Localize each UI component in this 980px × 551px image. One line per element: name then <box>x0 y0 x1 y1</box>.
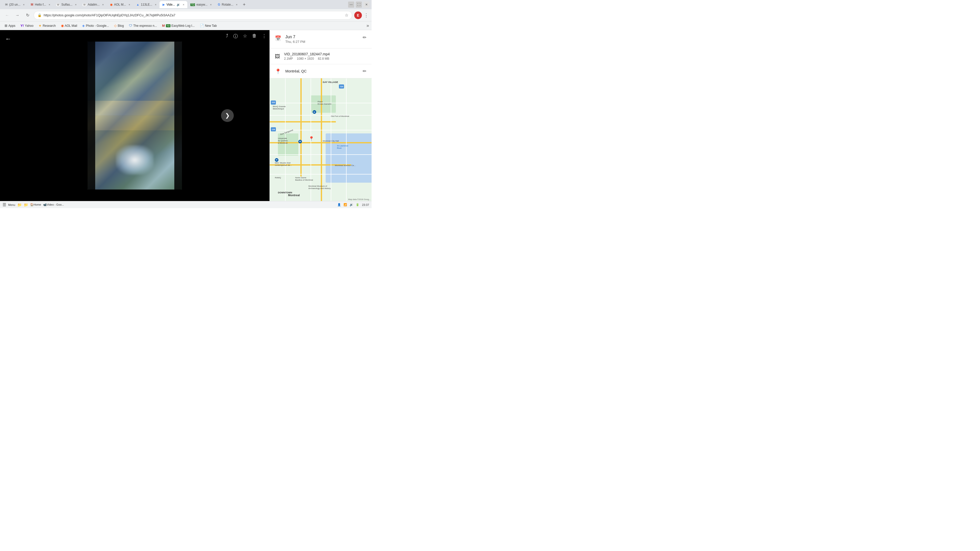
wiki-icon-2: W <box>83 3 86 6</box>
profile-button[interactable]: E <box>354 11 362 19</box>
bookmark-easyweb[interactable]: M TD EasyWeb Log I... <box>160 23 197 29</box>
tab-aol[interactable]: ◉ AOL M... × <box>107 1 133 8</box>
folder-icon-2[interactable]: 📁 <box>24 203 28 207</box>
research-star-icon: ★ <box>38 24 41 27</box>
map-container[interactable]: M M M GAY VILLAGE BAnQ GrandeBibliothèqu… <box>270 78 372 201</box>
tab-close-gmail[interactable]: × <box>23 3 24 6</box>
tab-close-aol[interactable]: × <box>129 3 130 6</box>
bookmark-easyweb-label: EasyWeb Log I... <box>172 24 195 27</box>
more-options-icon[interactable]: ⋮ <box>262 33 266 39</box>
current-page-label: 📹Video - Goo... <box>43 203 64 206</box>
new-tab-button[interactable]: + <box>241 1 248 8</box>
tab-rotate[interactable]: G Rotate... × <box>215 1 241 8</box>
tab-video[interactable]: ▶ Vide... 🔊 × <box>159 1 187 8</box>
edit-date-button[interactable]: ✏ <box>363 35 366 40</box>
file-name: VID_20180607_182447.mp4 <box>284 52 332 56</box>
edit-location-button[interactable]: ✏ <box>363 68 366 74</box>
bookmark-newtab-label: New Tab <box>205 24 217 27</box>
hamburger-menu-button[interactable]: ☰ <box>3 202 6 207</box>
status-right: 👤 📶 🔊 🔋 23:37 <box>337 203 369 206</box>
metro-icon-3: M <box>275 158 278 162</box>
tab-113le[interactable]: ▲ 113LE... × <box>133 1 159 8</box>
tab-close-video[interactable]: × <box>183 3 184 6</box>
tab-close-hello[interactable]: × <box>48 3 50 6</box>
bookmark-apps[interactable]: ⊞ Apps <box>3 23 18 29</box>
status-left: ☰ Menu 📁 📁 🏠Home 📹Video - Goo... <box>3 202 64 207</box>
aol-mail-icon: ◉ <box>61 24 64 27</box>
tab-close-easyw[interactable]: × <box>210 3 212 6</box>
minimize-button[interactable]: — <box>348 2 354 8</box>
file-meta: 2.1MP 1080 × 1920 82.8 MB <box>284 57 332 60</box>
video-tab-icon: ▶ <box>162 3 165 6</box>
file-info-section: 🖼 VID_20180607_182447.mp4 2.1MP 1080 × 1… <box>270 48 372 64</box>
downtown-label: DOWNTOWN <box>278 191 292 194</box>
back-button[interactable]: ← <box>3 11 11 19</box>
favorite-star-icon[interactable]: ☆ <box>243 33 247 39</box>
volume-icon: 🔊 <box>350 203 353 206</box>
bookmarks-bar: ⊞ Apps Y! Yahoo ★ Research ◉ AOL Mail ◈ … <box>0 21 372 30</box>
video-area: ← ⤴ ⓘ ☆ 🗑 ⋮ ❯ <box>0 30 269 201</box>
location-name: Montréal, QC <box>285 69 307 73</box>
share-icon[interactable]: ⤴ <box>226 33 228 39</box>
home-label[interactable]: 🏠Home <box>30 203 41 206</box>
bookmark-new-tab[interactable]: 📄 New Tab <box>198 23 219 29</box>
file-details: VID_20180607_182447.mp4 2.1MP 1080 × 192… <box>284 52 332 60</box>
tab-close-rotate[interactable]: × <box>236 3 237 6</box>
bookmark-research[interactable]: ★ Research <box>37 23 58 29</box>
video-controls: ⤴ ⓘ ☆ 🗑 ⋮ <box>226 33 266 39</box>
reload-button[interactable]: ↻ <box>24 11 32 19</box>
easyweb-m-icon: M <box>162 24 165 27</box>
chrome-menu-button[interactable]: ⋮ <box>364 13 369 18</box>
bookmark-espresso[interactable]: 🛡 The espresso n... <box>127 23 159 29</box>
bookmark-yahoo[interactable]: Y! Yahoo <box>18 23 35 29</box>
science-center-label: Montreal Science Ce... <box>335 164 355 167</box>
bookmarks-overflow-button[interactable]: » <box>366 23 369 28</box>
close-button[interactable]: ✕ <box>363 2 369 8</box>
bookmark-photo-google[interactable]: ◈ Photo - Google... <box>80 23 111 29</box>
uqam-label: Universitédu Québecà Montréal <box>278 137 288 144</box>
gay-village-label: GAY VILLAGE <box>323 81 338 83</box>
ramq-label: RAMQ <box>275 176 281 179</box>
map-background: M M M GAY VILLAGE BAnQ GrandeBibliothèqu… <box>270 78 372 201</box>
user-icon: 👤 <box>337 203 341 206</box>
st-lawrence-label: St LawrenceRiver <box>337 144 348 149</box>
tab-close-adalim[interactable]: × <box>102 3 103 6</box>
status-menu-label: Menu <box>8 203 15 206</box>
bookmark-star-icon[interactable]: ☆ <box>345 13 348 17</box>
next-media-button[interactable]: ❯ <box>221 109 234 122</box>
old-port-label: Old Port of Montreal <box>331 115 349 118</box>
bookmark-aol-label: AOL Mail <box>65 24 77 27</box>
calendar-icon: 📅 <box>275 35 281 41</box>
battery-icon: 🔋 <box>356 203 360 206</box>
video-light <box>116 145 154 175</box>
back-navigation-button[interactable]: ← <box>5 35 11 42</box>
yahoo-icon: Y! <box>21 24 24 27</box>
tab-gmail[interactable]: ✉ (20 un... × <box>2 1 27 8</box>
tab-sulfas[interactable]: W Sulfas... × <box>53 1 80 8</box>
map-attribution: Map data ©2018 Goog... <box>348 198 371 200</box>
bookmark-blog[interactable]: ◇ Blog <box>112 23 126 29</box>
tab-adalim[interactable]: W Adalim... × <box>80 1 107 8</box>
maximize-button[interactable]: ⛶ <box>356 2 362 8</box>
address-bar: ← → ↻ 🔒 https://photos.google.com/photo/… <box>0 9 372 21</box>
highway-720: 720 <box>339 84 344 89</box>
forward-button[interactable]: → <box>13 11 21 19</box>
delete-icon[interactable]: 🗑 <box>252 33 257 39</box>
tab-close-113le[interactable]: × <box>155 3 156 6</box>
archaeology-label: Montreal Museum ofArchaeology and Histor… <box>309 185 331 189</box>
blog-icon: ◇ <box>114 24 117 27</box>
major-road-1 <box>270 121 336 122</box>
banq-label: BAnQ GrandeBibliothèque <box>273 105 286 110</box>
city-hall-label: Montreal City Hall <box>323 140 339 142</box>
bookmark-research-label: Research <box>43 24 56 27</box>
url-bar[interactable]: 🔒 https://photos.google.com/photo/AF1Qip… <box>34 11 352 20</box>
tab-close-sulfas[interactable]: × <box>75 3 76 6</box>
folder-icon-1[interactable]: 📁 <box>18 203 22 207</box>
tab-easyw[interactable]: TD easyw... × <box>187 1 215 8</box>
espresso-icon: 🛡 <box>129 24 132 27</box>
tab-hello[interactable]: M Hello f... × <box>27 1 53 8</box>
bookmark-aol-mail[interactable]: ◉ AOL Mail <box>59 23 80 29</box>
road-v4 <box>346 78 347 201</box>
wifi-icon: 📶 <box>344 203 347 206</box>
info-icon[interactable]: ⓘ <box>233 33 238 39</box>
